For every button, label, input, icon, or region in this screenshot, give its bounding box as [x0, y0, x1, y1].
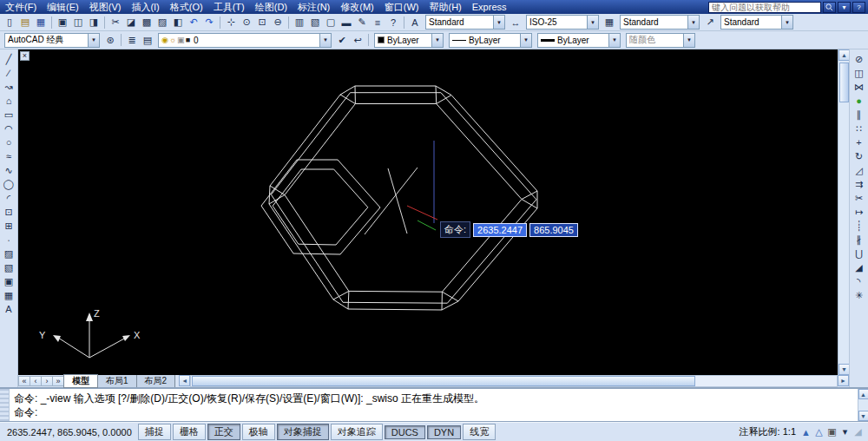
- dropdown-arrow-icon[interactable]: ▼: [520, 34, 531, 47]
- menu-window[interactable]: 窗口(W): [379, 0, 424, 14]
- line-icon[interactable]: ╱: [2, 52, 16, 66]
- layer-combo[interactable]: ◉☼▣■ 0 ▼: [158, 33, 332, 48]
- gradient-icon[interactable]: ▧: [2, 260, 16, 274]
- dim-style-combo[interactable]: ISO-25 ▼: [526, 15, 599, 30]
- offset-icon[interactable]: ∥: [852, 108, 866, 122]
- toolbar-lock-icon[interactable]: ▣: [825, 425, 838, 439]
- osnap-toggle[interactable]: 对象捕捉: [277, 424, 329, 440]
- publish-icon[interactable]: ◨: [86, 16, 102, 30]
- quickcalc-icon[interactable]: ≡: [370, 16, 385, 30]
- explode-icon[interactable]: ✳: [852, 288, 866, 302]
- fillet-icon[interactable]: ◝: [852, 274, 866, 288]
- revision-cloud-icon[interactable]: ≈: [2, 149, 16, 163]
- ellipse-arc-icon[interactable]: ◜: [2, 191, 16, 205]
- grid-toggle[interactable]: 栅格: [173, 424, 206, 440]
- zoom-previous-icon[interactable]: ⊖: [270, 16, 286, 30]
- dropdown-arrow-icon[interactable]: ▼: [319, 34, 331, 47]
- arc-icon[interactable]: ◠: [2, 122, 16, 135]
- zoom-realtime-icon[interactable]: ⊙: [239, 16, 254, 30]
- tab-last-button[interactable]: »: [52, 376, 64, 386]
- dropdown-arrow-icon[interactable]: ▼: [587, 16, 598, 29]
- menu-express[interactable]: Express: [467, 0, 512, 14]
- multileader-style-combo[interactable]: Standard ▼: [720, 15, 793, 30]
- trim-icon[interactable]: ✂: [852, 191, 866, 205]
- pan-icon[interactable]: ⊹: [223, 16, 239, 30]
- match-properties-icon[interactable]: ▨: [155, 16, 170, 30]
- copy-icon[interactable]: ◫: [852, 66, 866, 80]
- annotation-autoscale-icon[interactable]: △: [812, 425, 825, 439]
- join-icon[interactable]: ⋃: [852, 247, 866, 260]
- dropdown-arrow-icon[interactable]: ▼: [431, 34, 443, 47]
- designcenter-icon[interactable]: ▧: [307, 16, 323, 30]
- model-space-canvas[interactable]: ×: [18, 49, 838, 375]
- rectangle-icon[interactable]: ▭: [2, 108, 16, 122]
- dyn-y-input[interactable]: 865.9045: [529, 223, 578, 237]
- text-style-combo[interactable]: Standard ▼: [425, 15, 505, 30]
- search-options-arrow-icon[interactable]: ▾: [838, 2, 851, 13]
- erase-icon[interactable]: ⊘: [852, 52, 866, 66]
- layer-states-manager-icon[interactable]: ▤: [140, 33, 155, 47]
- scroll-down-icon[interactable]: ▼: [858, 411, 868, 421]
- extend-icon[interactable]: ↦: [852, 205, 866, 219]
- tab-layout2[interactable]: 布局2: [136, 374, 176, 388]
- menu-tools[interactable]: 工具(T): [208, 0, 250, 14]
- undo-icon[interactable]: ↶: [186, 16, 201, 30]
- horizontal-scrollbar[interactable]: ◄ ►: [179, 375, 849, 387]
- dyn-x-input[interactable]: 2635.2447: [473, 223, 527, 237]
- insert-block-icon[interactable]: ⊡: [2, 205, 16, 219]
- tab-model[interactable]: 模型: [63, 374, 98, 388]
- vertical-scroll-track[interactable]: [838, 61, 849, 364]
- cut-icon[interactable]: ✂: [108, 16, 123, 30]
- layer-properties-manager-icon[interactable]: ≣: [124, 33, 140, 47]
- close-icon[interactable]: ×: [20, 51, 30, 61]
- snap-toggle[interactable]: 捕捉: [138, 424, 171, 440]
- array-icon[interactable]: ∷: [852, 122, 866, 135]
- ellipse-icon[interactable]: ◯: [2, 177, 16, 191]
- construction-line-icon[interactable]: ∕: [2, 66, 16, 80]
- ducs-toggle[interactable]: DUCS: [385, 425, 425, 439]
- block-editor-icon[interactable]: ◧: [170, 16, 186, 30]
- scroll-up-icon[interactable]: ▲: [858, 389, 868, 399]
- tab-layout1[interactable]: 布局1: [97, 374, 137, 388]
- multiline-text-icon[interactable]: A: [2, 302, 16, 316]
- zoom-window-icon[interactable]: ⊡: [254, 16, 270, 30]
- open-icon[interactable]: ▤: [17, 16, 33, 30]
- tab-prev-button[interactable]: ‹: [30, 376, 42, 386]
- mirror-icon[interactable]: ⋈: [852, 80, 866, 94]
- horizontal-scroll-track[interactable]: [190, 375, 838, 387]
- polar-toggle[interactable]: 极轴: [242, 424, 275, 440]
- plot-style-combo[interactable]: 随颜色 ▼: [626, 33, 695, 48]
- dropdown-arrow-icon[interactable]: ▼: [88, 34, 99, 47]
- region-icon[interactable]: ▣: [2, 274, 16, 288]
- lineweight-combo[interactable]: ByLayer ▼: [537, 33, 621, 48]
- dyn-toggle[interactable]: DYN: [427, 425, 461, 439]
- status-menu-arrow-icon[interactable]: ▾: [838, 425, 852, 439]
- chamfer-icon[interactable]: ◢: [852, 260, 866, 274]
- command-text-area[interactable]: 命令: _-view 输入选项 [?/删除(D)/正交(O)/恢复(R)/保存(…: [10, 389, 858, 421]
- point-icon[interactable]: ∙: [2, 233, 16, 247]
- plot-preview-icon[interactable]: ◫: [70, 16, 86, 30]
- menu-edit[interactable]: 编辑(E): [42, 0, 84, 14]
- dropdown-arrow-icon[interactable]: ▼: [608, 34, 620, 47]
- color-combo[interactable]: ByLayer ▼: [374, 33, 444, 48]
- circle-icon[interactable]: ○: [2, 135, 16, 149]
- menu-draw[interactable]: 绘图(D): [250, 0, 293, 14]
- workspace-settings-icon[interactable]: ⊛: [102, 33, 118, 47]
- stretch-icon[interactable]: ⇉: [852, 177, 866, 191]
- horizontal-scroll-thumb[interactable]: [192, 376, 695, 386]
- command-scrollbar[interactable]: ▲ ▼: [858, 389, 868, 421]
- menu-insert[interactable]: 插入(I): [126, 0, 164, 14]
- sheet-set-manager-icon[interactable]: ▬: [339, 16, 354, 30]
- scroll-right-icon[interactable]: ►: [838, 375, 849, 386]
- coordinate-readout[interactable]: 2635.2447, 865.9045, 0.0000: [3, 425, 135, 439]
- search-icon[interactable]: [823, 2, 836, 13]
- annotation-visibility-icon[interactable]: ▲: [799, 425, 812, 439]
- command-window-grip[interactable]: [0, 389, 10, 421]
- table-style-combo[interactable]: Standard ▼: [620, 15, 700, 30]
- paste-icon[interactable]: ▩: [139, 16, 155, 30]
- tab-next-button[interactable]: ›: [41, 376, 53, 386]
- markup-set-manager-icon[interactable]: ✎: [354, 16, 370, 30]
- redo-icon[interactable]: ↷: [201, 16, 217, 30]
- menu-dimension[interactable]: 标注(N): [293, 0, 335, 14]
- ortho-toggle[interactable]: 正交: [207, 424, 240, 440]
